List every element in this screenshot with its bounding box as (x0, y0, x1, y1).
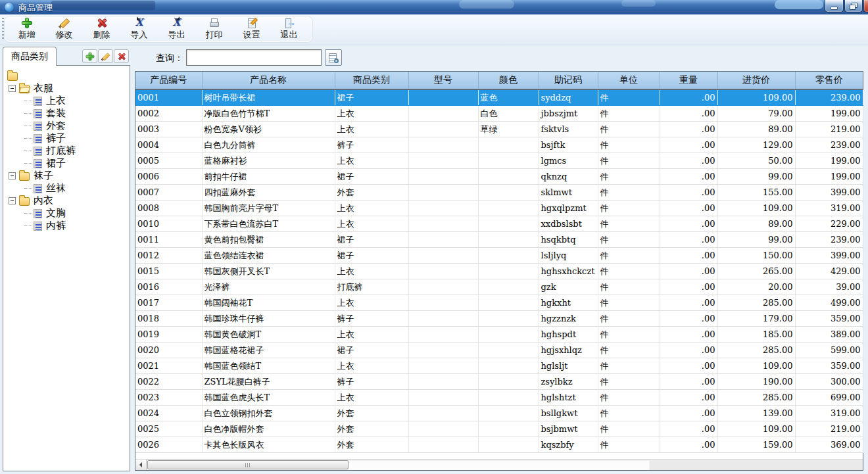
grid-column-header[interactable]: 商品类别 (335, 72, 408, 89)
category-tool-button[interactable] (82, 49, 97, 63)
cell-color[interactable] (478, 421, 539, 437)
toolbar-button[interactable]: 导入 (124, 18, 154, 41)
table-row[interactable]: 0006 前扣牛仔裙 裙子 qknzq 件 .00 99.00 199.00 (135, 169, 863, 185)
cell-color[interactable] (478, 406, 539, 421)
cell-code[interactable]: 0004 (135, 137, 202, 153)
grid-column-header[interactable]: 型号 (408, 72, 478, 89)
cell-mnemonic[interactable]: bsjftk (539, 137, 598, 153)
cell-weight[interactable]: .00 (660, 153, 717, 169)
cell-code[interactable]: 0023 (135, 390, 202, 406)
toolbar-button[interactable]: 新增 (12, 18, 41, 41)
scrollbar-thumb[interactable] (147, 460, 349, 469)
cell-color[interactable]: 草绿 (478, 122, 539, 137)
cell-code[interactable]: 0002 (135, 106, 202, 122)
cell-code[interactable]: 0016 (135, 279, 202, 295)
cell-weight[interactable]: .00 (660, 343, 717, 358)
cell-weight[interactable]: .00 (660, 374, 717, 390)
cell-code[interactable]: 0011 (135, 232, 202, 248)
cell-retail-price[interactable]: 699.00 (795, 390, 863, 406)
cell-model[interactable] (408, 264, 478, 279)
tree-item[interactable] (3, 70, 130, 82)
cell-weight[interactable]: .00 (660, 185, 717, 201)
grid-column-header[interactable]: 产品名称 (202, 72, 335, 89)
cell-model[interactable] (408, 232, 478, 248)
cell-retail-price[interactable]: 199.00 (795, 106, 863, 122)
cell-category[interactable]: 上衣 (335, 106, 408, 122)
cell-purchase-price[interactable]: 109.00 (717, 201, 795, 216)
cell-model[interactable] (408, 358, 478, 374)
cell-retail-price[interactable]: 239.00 (795, 89, 863, 106)
cell-weight[interactable]: .00 (660, 232, 717, 248)
cell-category[interactable]: 裤子 (335, 137, 408, 153)
cell-model[interactable] (408, 153, 478, 169)
cell-code[interactable]: 0019 (135, 327, 202, 343)
cell-purchase-price[interactable]: 285.00 (717, 390, 795, 406)
cell-weight[interactable]: .00 (660, 137, 717, 153)
cell-name[interactable]: 黄色前扣包臀裙 (202, 232, 335, 248)
cell-color[interactable] (478, 279, 539, 295)
tree-item[interactable]: 文胸 (3, 207, 130, 220)
cell-category[interactable]: 裙子 (335, 169, 408, 185)
cell-color[interactable] (478, 295, 539, 311)
cell-model[interactable] (408, 374, 478, 390)
cell-purchase-price[interactable]: 79.00 (717, 106, 795, 122)
table-row[interactable]: 0018 韩国珍珠牛仔裤 裤子 hgzznzk 件 .00 179.00 359… (135, 311, 863, 327)
cell-weight[interactable]: .00 (660, 248, 717, 264)
cell-purchase-price[interactable]: 185.00 (717, 327, 795, 343)
cell-category[interactable]: 上衣 (335, 264, 408, 279)
cell-model[interactable] (408, 406, 478, 421)
cell-code[interactable]: 0018 (135, 311, 202, 327)
cell-unit[interactable]: 件 (598, 153, 660, 169)
cell-weight[interactable]: .00 (660, 122, 717, 137)
toolbar-button[interactable]: 导出 (162, 18, 191, 41)
table-row[interactable]: 0019 韩国黄色破洞T 上衣 hghspdt 件 .00 185.00 389… (135, 327, 863, 343)
cell-weight[interactable]: .00 (660, 406, 717, 421)
cell-retail-price[interactable]: 199.00 (795, 169, 863, 185)
cell-retail-price[interactable]: 599.00 (795, 343, 863, 358)
table-row[interactable]: 0002 净版白色竹节棉T 上衣 白色 jbbszjmt 件 .00 79.00… (135, 106, 863, 122)
toolbar-button[interactable]: 退出 (274, 18, 304, 41)
cell-model[interactable] (408, 343, 478, 358)
table-row[interactable]: 0003 粉色宽条V领衫 上衣 草绿 fsktvls 件 .00 89.00 2… (135, 122, 863, 137)
table-row[interactable]: 0001 树叶吊带长裙 裙子 蓝色 syddzq 件 .00 109.00 23… (135, 89, 863, 106)
cell-retail-price[interactable]: 429.00 (795, 264, 863, 279)
cell-retail-price[interactable]: 219.00 (795, 122, 863, 137)
cell-retail-price[interactable]: 300.00 (795, 374, 863, 390)
cell-color[interactable] (478, 343, 539, 358)
cell-unit[interactable]: 件 (598, 358, 660, 374)
cell-name[interactable]: 下系带白色流苏白T (202, 216, 335, 232)
cell-weight[interactable]: .00 (660, 295, 717, 311)
cell-purchase-price[interactable]: 99.00 (717, 169, 795, 185)
cell-unit[interactable]: 件 (598, 264, 660, 279)
cell-name[interactable]: 白色立领钢扣外套 (202, 406, 335, 421)
cell-mnemonic[interactable]: bsllgkwt (539, 406, 598, 421)
cell-color[interactable] (478, 248, 539, 264)
cell-mnemonic[interactable]: zsylbkz (539, 374, 598, 390)
cell-category[interactable]: 裙子 (335, 343, 408, 358)
cell-unit[interactable]: 件 (598, 390, 660, 406)
cell-code[interactable]: 0003 (135, 122, 202, 137)
cell-name[interactable]: 前扣牛仔裙 (202, 169, 335, 185)
cell-retail-price[interactable]: 319.00 (795, 406, 863, 421)
table-row[interactable]: 0022 ZSYL花腰白裤子 裤子 zsylbkz 件 .00 190.00 3… (135, 374, 863, 390)
cell-purchase-price[interactable]: 109.00 (717, 358, 795, 374)
cell-code[interactable]: 0010 (135, 216, 202, 232)
cell-name[interactable]: ZSYL花腰白裤子 (202, 374, 335, 390)
grid-column-header[interactable]: 重量 (660, 72, 717, 89)
cell-name[interactable]: 韩国蓝色虎头长T (202, 390, 335, 406)
cell-unit[interactable]: 件 (598, 185, 660, 201)
cell-model[interactable] (408, 327, 478, 343)
cell-mnemonic[interactable]: kqszbfy (539, 437, 598, 453)
cell-category[interactable]: 上衣 (335, 295, 408, 311)
cell-model[interactable] (408, 295, 478, 311)
tree-item[interactable]: 套装 (3, 107, 130, 120)
cell-retail-price[interactable]: 399.00 (795, 185, 863, 201)
cell-model[interactable] (408, 248, 478, 264)
table-row[interactable]: 0020 韩国蓝格花裙子 裙子 hgjsxhlqz 件 .00 285.00 5… (135, 343, 863, 358)
cell-code[interactable]: 0021 (135, 358, 202, 374)
cell-weight[interactable]: .00 (660, 311, 717, 327)
cell-purchase-price[interactable]: 109.00 (717, 89, 795, 106)
cell-name[interactable]: 韩国黄色破洞T (202, 327, 335, 343)
cell-weight[interactable]: .00 (660, 421, 717, 437)
tree-item[interactable]: 打底裤 (3, 145, 130, 157)
